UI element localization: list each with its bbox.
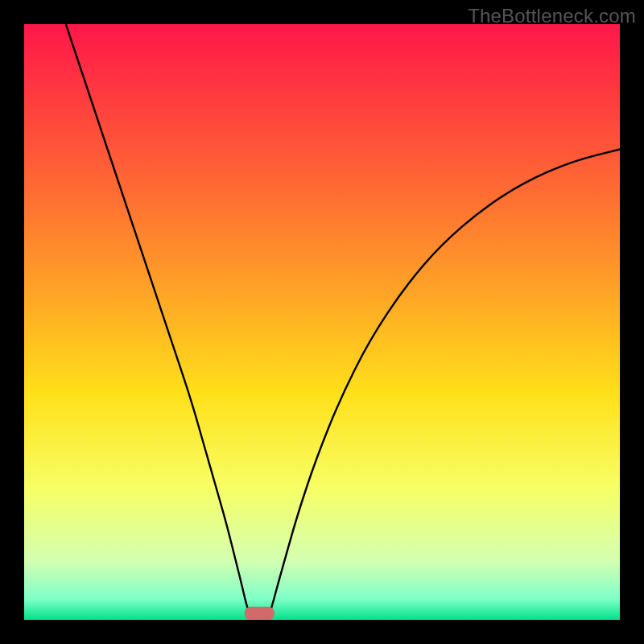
gradient-background — [24, 24, 620, 620]
watermark-text: TheBottleneck.com — [468, 5, 636, 27]
bottleneck-chart — [24, 24, 620, 620]
bottleneck-marker — [245, 607, 275, 620]
chart-frame — [24, 24, 620, 620]
